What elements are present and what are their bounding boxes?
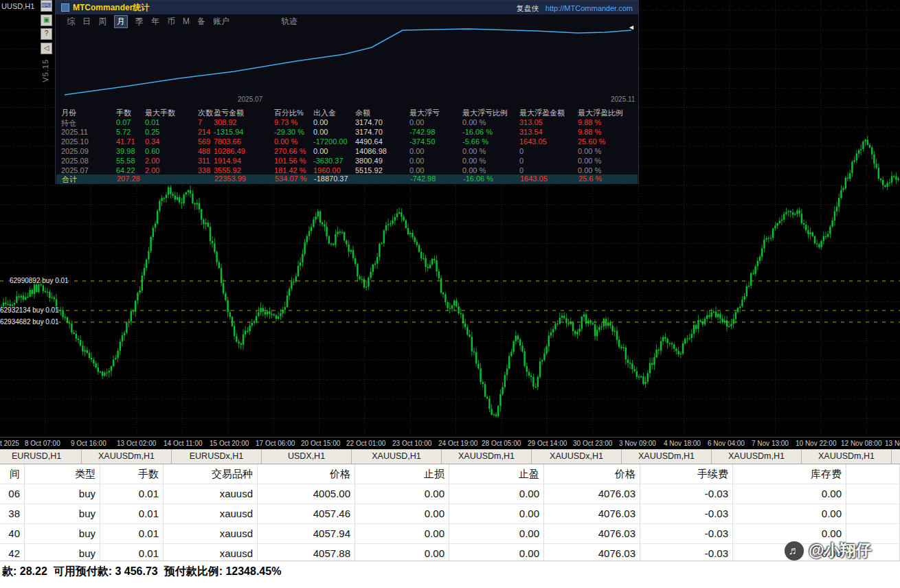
chart-tabs-bar: EURUSD,H1XAUUSDm,H1EURUSDx,H1USDX,H1XAUU… [0, 449, 900, 464]
stats-cell: 0.00 [313, 147, 328, 155]
stats-cell: 3174.70 [355, 118, 383, 126]
stats-cell: 313.54 [519, 128, 543, 136]
stats-cell: 0.00 % [462, 166, 486, 174]
commander-menu-item[interactable]: 季 [135, 16, 144, 27]
trade-row[interactable]: 38buy0.01xauusd4057.460.000.004076.03-0.… [0, 504, 900, 524]
commander-menu-item[interactable]: 月 [114, 15, 128, 28]
commander-menu-item-track[interactable]: 轨迹 [281, 16, 297, 27]
commander-menu: 综日周月季年币M备账户轨迹 [56, 14, 638, 28]
time-axis-label: 10 Nov 22:00 [796, 440, 837, 447]
trade-cell: 价格 [258, 464, 355, 484]
stats-cell: 0.25 [145, 128, 159, 136]
stats-cell: 22353.99 [214, 174, 246, 183]
time-axis[interactable]: t 20258 Oct 07:009 Oct 16:0013 Oct 02:00… [0, 437, 900, 449]
stats-cell: 214 [198, 128, 210, 136]
commander-menu-item[interactable]: 备 [197, 16, 205, 27]
commander-menu-item[interactable]: 周 [98, 16, 106, 27]
chart-tab[interactable]: XAUUSD,H1 [352, 449, 442, 464]
stats-cell: 1914.94 [214, 157, 241, 165]
symbol-period-label: UUSD,H1 [1, 2, 34, 10]
trade-cell: 4005.00 [258, 484, 355, 504]
stats-cell: 合计 [62, 174, 77, 185]
trade-row[interactable]: 40buy0.01xauusd4057.940.000.004076.03-0.… [0, 524, 900, 544]
commander-panel[interactable]: MTCommander统计 复盘侠 http://MTCommander.com… [55, 0, 639, 184]
commander-menu-item[interactable]: 综 [67, 16, 75, 27]
trade-cell: 38 [0, 504, 25, 523]
stats-cell: 0.00 % [578, 147, 601, 155]
trade-cell [846, 464, 900, 484]
stats-cell: 0.00 [409, 118, 424, 126]
trade-cell: 库存费 [733, 464, 846, 484]
stats-cell: -16.06 % [462, 128, 493, 136]
trade-table: 间类型手数交易品种价格止损止盈价格手续费库存费06buy0.01xauusd40… [0, 464, 900, 561]
chart-tab[interactable]: USDX,H1 [262, 449, 352, 464]
stats-cell: 3800.49 [355, 157, 383, 165]
brand-url-link[interactable]: http://MTCommander.com [545, 4, 633, 12]
trade-cell: 4076.03 [544, 504, 640, 523]
stats-cell: 9.88 % [578, 118, 601, 126]
stats-cell: 0 [519, 147, 524, 155]
stats-cell: -18870.37 [314, 174, 348, 183]
commander-menu-item[interactable]: 账户 [213, 16, 229, 27]
stats-cell: 1960.00 [313, 166, 341, 174]
stats-cell: 2025.09 [61, 147, 89, 155]
order-line-label[interactable]: 62990892 buy 0.01 [10, 277, 69, 284]
stats-cell: 14086.98 [355, 147, 387, 155]
trade-cell: buy [25, 524, 100, 543]
trade-cell: 0.00 [449, 524, 544, 543]
indicator-icon[interactable]: ▣ [41, 14, 52, 26]
commander-menu-item[interactable]: 年 [151, 16, 159, 27]
trade-cell: buy [25, 484, 100, 504]
time-axis-label: 14 Oct 11:00 [164, 440, 203, 447]
trade-cell: 间 [0, 464, 25, 484]
trade-cell: 0.01 [100, 484, 164, 504]
collapse-icon[interactable]: ◁ [41, 43, 52, 54]
chart-end-arrow-icon[interactable]: ◄ [628, 23, 635, 31]
order-line-label[interactable]: 62932134 buy 0.01 [0, 306, 59, 314]
stats-cell: 2025.07 [61, 166, 89, 174]
stats-cell: 9.88 % [578, 128, 601, 136]
trade-cell: 0.00 [449, 484, 544, 504]
stats-row: 2025.1041.710.345697803.660.00 %-17200.0… [56, 137, 638, 147]
keyboard-icon[interactable]: ⌨ [41, 0, 52, 12]
status-bar: 款: 28.22 可用预付款: 3 456.73 预付款比例: 12348.45… [0, 561, 900, 588]
commander-menu-item[interactable]: M [183, 16, 190, 26]
trade-cell: 类型 [25, 464, 100, 484]
stats-cell: 25.60 % [578, 137, 605, 146]
help-icon[interactable]: ? [41, 28, 52, 40]
trade-cell: 4076.03 [544, 484, 640, 504]
chart-tab[interactable]: XAUUSDx,H1 [532, 449, 622, 464]
stats-cell: 0.34 [145, 137, 159, 146]
stats-cell: 盈亏金额 [214, 108, 244, 118]
chart-tab[interactable]: XAUUSDm,H1 [622, 449, 712, 464]
stats-cell: 1643.05 [520, 174, 548, 183]
commander-menu-item[interactable]: 日 [82, 16, 91, 27]
order-line-label[interactable]: 62934682 buy 0.01 [0, 318, 59, 326]
stats-cell: 0.00 [313, 118, 328, 126]
commander-titlebar[interactable]: MTCommander统计 复盘侠 http://MTCommander.com [56, 1, 638, 14]
chart-tab[interactable]: EURUSDx,H1 [172, 449, 262, 464]
stats-cell: 3555.92 [214, 166, 241, 174]
chart-tab[interactable]: XAUUSDm,H1 [442, 449, 532, 464]
stats-cell: 2025.08 [61, 157, 89, 165]
trade-row[interactable]: 06buy0.01xauusd4005.000.000.004076.03-0.… [0, 484, 900, 504]
chart-tab[interactable]: XAUUSDm,H1 [802, 449, 892, 464]
trade-cell: -0.03 [640, 504, 733, 523]
commander-menu-item[interactable]: 币 [167, 16, 175, 27]
stats-cell: 0 [519, 157, 524, 165]
trade-cell: 0.00 [355, 524, 449, 543]
trade-cell: 交易品种 [164, 464, 258, 484]
mt4-window: UUSD,H1 V5.15 ⌨▣?◁62990892 buy 0.0162932… [0, 0, 900, 588]
trade-cell: 0.00 [355, 484, 449, 504]
stats-cell: -16.06 % [463, 174, 493, 183]
trade-cell [846, 484, 900, 504]
chart-tab[interactable]: EURUSD,H1 [0, 449, 82, 464]
chart-tab[interactable]: XAUUSDm,H1 [712, 449, 802, 464]
music-note-icon: ♬ [785, 541, 804, 561]
trade-cell: xauusd [164, 524, 258, 543]
chart-tab[interactable]: XAUUSDm,H1 [82, 449, 172, 464]
stats-cell: 0 [519, 166, 524, 174]
equity-chart [56, 28, 638, 105]
watermark: ♬ @小翔仔 [785, 540, 871, 561]
stats-cell: 3174.70 [355, 128, 383, 136]
